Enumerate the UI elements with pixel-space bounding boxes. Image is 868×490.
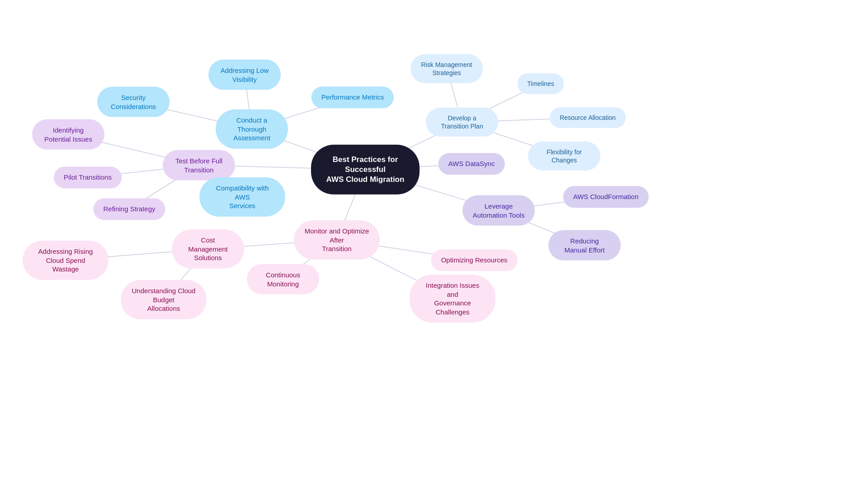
conduct-assessment-node[interactable]: Conduct a Thorough Assessment (216, 109, 288, 149)
security-considerations-node[interactable]: Security Considerations (97, 87, 170, 117)
test-before-transition-label: Test Before Full Transition (173, 157, 225, 174)
continuous-monitoring-label: Continuous Monitoring (257, 271, 309, 288)
center-node[interactable]: Best Practices for Successful AWS Cloud … (311, 145, 420, 195)
resource-allocation-label: Resource Allocation (560, 114, 616, 122)
monitor-optimize-node[interactable]: Monitor and Optimize After Transition (294, 220, 380, 260)
pilot-transitions-label: Pilot Transitions (64, 173, 112, 182)
integration-issues-label: Integration Issues and Governance Challe… (420, 281, 486, 316)
aws-cloudformation-label: AWS CloudFormation (573, 192, 639, 201)
risk-management-label: Risk Management Strategies (420, 61, 473, 77)
addressing-cloud-spend-label: Addressing Rising Cloud Spend Wastage (33, 247, 99, 274)
identifying-potential-issues-label: Identifying Potential Issues (42, 126, 94, 143)
risk-management-node[interactable]: Risk Management Strategies (410, 54, 483, 83)
monitor-optimize-label: Monitor and Optimize After Transition (304, 227, 370, 253)
aws-datasync-node[interactable]: AWS DataSync (439, 153, 505, 175)
flexibility-changes-node[interactable]: Flexibility for Changes (528, 142, 600, 171)
optimizing-resources-label: Optimizing Resources (441, 256, 508, 265)
flexibility-changes-label: Flexibility for Changes (538, 148, 590, 164)
timelines-node[interactable]: Timelines (517, 73, 564, 94)
compatibility-aws-label: Compatibility with AWS Services (209, 184, 275, 210)
continuous-monitoring-node[interactable]: Continuous Monitoring (247, 264, 319, 295)
aws-cloudformation-node[interactable]: AWS CloudFormation (563, 186, 649, 208)
addressing-low-visibility-label: Addressing Low Visibility (218, 66, 271, 84)
addressing-low-visibility-node[interactable]: Addressing Low Visibility (208, 60, 281, 90)
resource-allocation-node[interactable]: Resource Allocation (550, 107, 626, 128)
understanding-budget-label: Understanding Cloud Budget Allocations (131, 286, 197, 313)
pilot-transitions-node[interactable]: Pilot Transitions (54, 167, 122, 188)
center-label: Best Practices for Successful AWS Cloud … (323, 155, 408, 185)
optimizing-resources-node[interactable]: Optimizing Resources (431, 249, 518, 271)
performance-metrics-label: Performance Metrics (321, 93, 384, 102)
conduct-assessment-label: Conduct a Thorough Assessment (226, 116, 278, 143)
cost-management-node[interactable]: Cost Management Solutions (172, 229, 244, 269)
cost-management-label: Cost Management Solutions (182, 236, 234, 262)
refining-strategy-label: Refining Strategy (103, 205, 155, 214)
reducing-manual-effort-label: Reducing Manual Effort (558, 237, 611, 254)
understanding-budget-node[interactable]: Understanding Cloud Budget Allocations (121, 280, 207, 319)
performance-metrics-node[interactable]: Performance Metrics (311, 86, 394, 108)
test-before-transition-node[interactable]: Test Before Full Transition (163, 150, 235, 181)
refining-strategy-node[interactable]: Refining Strategy (93, 198, 165, 220)
reducing-manual-effort-node[interactable]: Reducing Manual Effort (548, 230, 621, 261)
develop-transition-plan-label: Develop a Transition Plan (436, 114, 488, 130)
leverage-automation-label: Leverage Automation Tools (472, 202, 525, 219)
security-considerations-label: Security Considerations (107, 93, 160, 111)
integration-issues-node[interactable]: Integration Issues and Governance Challe… (410, 275, 495, 323)
leverage-automation-node[interactable]: Leverage Automation Tools (462, 195, 535, 226)
develop-transition-plan-node[interactable]: Develop a Transition Plan (426, 108, 498, 137)
compatibility-aws-node[interactable]: Compatibility with AWS Services (199, 177, 285, 217)
addressing-cloud-spend-node[interactable]: Addressing Rising Cloud Spend Wastage (23, 241, 108, 280)
aws-datasync-label: AWS DataSync (448, 159, 495, 168)
identifying-potential-issues-node[interactable]: Identifying Potential Issues (32, 119, 104, 150)
timelines-label: Timelines (527, 80, 554, 88)
